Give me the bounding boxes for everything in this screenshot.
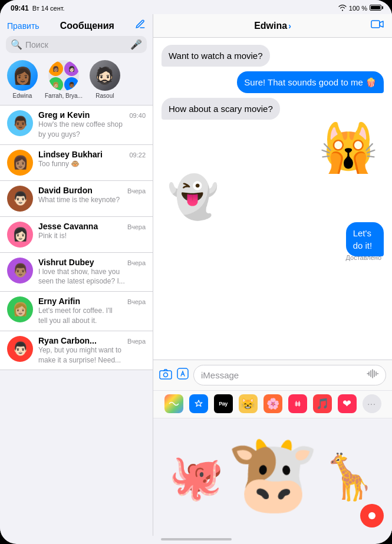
avatar: 👩🏽: [7, 150, 33, 176]
ghost-sticker: 👻: [162, 176, 219, 217]
record-button[interactable]: [360, 504, 384, 527]
status-time: 09:41: [11, 4, 29, 12]
list-item[interactable]: 👨🏾 Greg и Kevin 09:40 How's the new coff…: [0, 105, 153, 145]
list-item[interactable]: 👩🏽 Lindsey Bukhari 09:22 Too funny 🐵: [0, 145, 153, 181]
status-right: 100 %: [338, 5, 381, 12]
msg-content: Erny Arifin Вчера Let's meet for coffee.…: [38, 296, 146, 326]
avatar: 👨🏻: [7, 186, 33, 212]
animoji-cow[interactable]: 🐮: [226, 437, 319, 512]
msg-content: Greg и Kevin 09:40 How's the new coffee …: [38, 110, 146, 140]
message-row: Want to watch a movie?: [162, 45, 384, 67]
pinned-contact-rasoul[interactable]: 🧔🏻 Rasoul: [90, 60, 120, 99]
input-placeholder: iMessage: [201, 370, 239, 380]
msg-time: Вчера: [127, 298, 146, 305]
avatar: 👩🏼: [7, 296, 33, 322]
messages-area: Want to watch a movie? Sure! That sounds…: [153, 38, 392, 360]
avatar: 👨🏽: [7, 258, 33, 283]
main-layout: Править Сообщения 🔍 Поиск 🎤: [0, 14, 392, 536]
msg-preview: Yep, but you might want to: [38, 345, 146, 355]
msg-preview: How's the new coffee shop: [38, 120, 146, 130]
message-bubble: Sure! That sounds good to me 🍿: [237, 71, 384, 93]
msg-preview: Pink it is!: [38, 231, 146, 241]
msg-time: Вчера: [127, 259, 146, 266]
msg-name: Jesse Cavanna: [38, 222, 98, 231]
music-app-icon[interactable]: 🎵: [313, 394, 332, 413]
input-bar: iMessage: [153, 360, 392, 390]
messages-title: Сообщения: [60, 21, 114, 31]
message-row: How about a scary movie?: [162, 98, 384, 120]
msg-time: Вчера: [127, 223, 146, 230]
msg-name: Vishrut Dubey: [38, 258, 94, 267]
hashtag-app-icon[interactable]: [288, 394, 307, 413]
memoji-app-icon[interactable]: 😸: [239, 394, 258, 413]
svg-point-6: [368, 512, 375, 519]
msg-content: Ryan Carbon... Вчера Yep, but you might …: [38, 336, 146, 365]
msg-name: Greg и Kevin: [38, 110, 90, 120]
list-item[interactable]: 👨🏽 Vishrut Dubey Вчера I love that show,…: [0, 253, 153, 292]
animoji-octopus[interactable]: 🐙: [169, 455, 224, 499]
pinned-contacts: 👩🏾 Edwina 👩🏽 👩🏻 👩🏼 👨🏾 Farrah, Brya...: [0, 58, 153, 105]
svg-rect-1: [160, 371, 172, 379]
heart-app-icon[interactable]: ❤: [338, 394, 357, 413]
video-call-button[interactable]: [371, 19, 384, 32]
applepay-app-icon[interactable]: Pay: [214, 394, 233, 413]
animoji-giraffe[interactable]: 🦒: [321, 455, 377, 499]
delivered-status: Доставлено: [345, 254, 384, 261]
search-bar[interactable]: 🔍 Поиск 🎤: [6, 36, 147, 53]
search-icon: 🔍: [11, 39, 22, 50]
avatar: 👨🏾: [7, 110, 33, 136]
list-item[interactable]: 👨🏻 David Burdon Вчера What time is the k…: [0, 181, 153, 217]
msg-preview-2: tell you all about it.: [38, 316, 146, 326]
pinned-contact-edwina[interactable]: 👩🏾 Edwina: [7, 60, 38, 99]
appstore-app-icon[interactable]: [189, 394, 208, 413]
wifi-icon: [338, 5, 347, 12]
chevron-icon: ›: [288, 21, 291, 31]
more-app-icon[interactable]: ···: [363, 394, 381, 413]
message-row-ghost: 👻: [162, 176, 384, 217]
msg-time: 09:40: [129, 112, 146, 119]
home-indicator: [161, 538, 232, 540]
list-item[interactable]: 👨🏻 Ryan Carbon... Вчера Yep, but you mig…: [0, 331, 153, 371]
pinned-contact-group[interactable]: 👩🏽 👩🏻 👩🏼 👨🏾 Farrah, Brya...: [45, 60, 83, 99]
svg-rect-0: [371, 21, 380, 28]
chat-contact-name[interactable]: Edwina ›: [254, 21, 291, 31]
photos-app-icon[interactable]: [164, 394, 183, 413]
stickers-app-icon[interactable]: 🌸: [263, 394, 282, 413]
pinned-name-group: Farrah, Brya...: [45, 93, 83, 99]
svg-point-2: [164, 372, 168, 377]
msg-name: David Burdon: [38, 186, 93, 195]
pinned-name-edwina: Edwina: [13, 93, 32, 99]
message-row: Let's do it!: [330, 222, 384, 256]
mic-icon: 🎤: [130, 39, 142, 50]
battery-percentage: 100 %: [349, 5, 367, 12]
waveform-icon: [367, 369, 378, 381]
status-date: Вт 14 сент.: [32, 5, 65, 12]
pinned-name-rasoul: Rasoul: [95, 93, 114, 99]
memoji-sticker: 🙀: [319, 124, 384, 172]
msg-preview-2: by you guys?: [38, 130, 146, 140]
msg-time: 09:22: [129, 151, 146, 159]
msg-preview-2: seen the latest episode? I...: [38, 276, 146, 286]
chat-panel: Edwina › Want to watch a movie? S: [153, 14, 392, 536]
msg-preview-2: make it a surprise! Need...: [38, 355, 146, 365]
messages-panel: Править Сообщения 🔍 Поиск 🎤: [0, 14, 153, 536]
message-bubble: How about a scary movie?: [162, 98, 280, 120]
list-item[interactable]: 👩🏻 Jesse Cavanna Вчера Pink it is!: [0, 217, 153, 253]
edit-button[interactable]: Править: [7, 21, 39, 31]
list-item[interactable]: 👩🏼 Erny Arifin Вчера Let's meet for coff…: [0, 292, 153, 331]
svg-point-5: [294, 400, 302, 408]
message-row: Sure! That sounds good to me 🍿: [162, 71, 384, 93]
msg-preview: I love that show, have you: [38, 267, 146, 277]
msg-content: Vishrut Dubey Вчера I love that show, ha…: [38, 258, 146, 287]
app-store-button[interactable]: [177, 368, 189, 383]
compose-button[interactable]: [135, 19, 146, 32]
msg-preview: Let's meet for coffee. I'll: [38, 306, 146, 316]
avatar: 👩🏻: [7, 222, 33, 248]
msg-content: Jesse Cavanna Вчера Pink it is!: [38, 222, 146, 241]
message-bubble: Want to watch a movie?: [162, 45, 270, 67]
imessage-input[interactable]: iMessage: [193, 365, 386, 385]
msg-content: Lindsey Bukhari 09:22 Too funny 🐵: [38, 150, 146, 169]
chat-header: Edwina ›: [153, 14, 392, 38]
app-icons-row: Pay 😸 🌸 🎵 ❤: [153, 390, 392, 418]
camera-button[interactable]: [159, 368, 172, 383]
